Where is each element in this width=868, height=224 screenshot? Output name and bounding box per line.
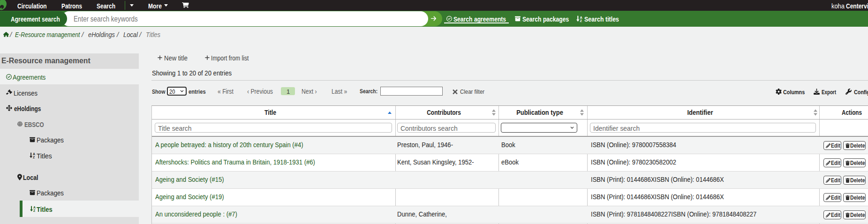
svg-text:A: A [33, 206, 36, 209]
svg-text:Z: Z [580, 19, 582, 22]
svg-text:Z: Z [33, 156, 35, 158]
svg-text:Z: Z [33, 209, 36, 212]
svg-text:A: A [33, 152, 35, 156]
